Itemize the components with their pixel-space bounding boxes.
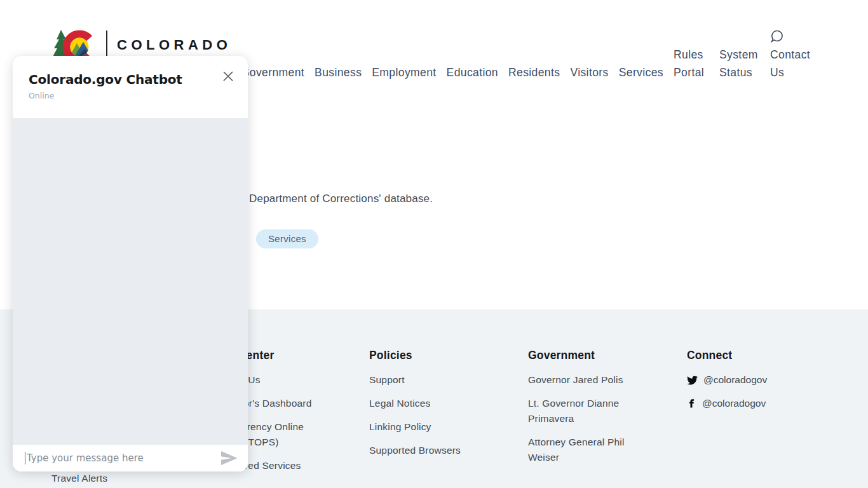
footer-heading-government: Government <box>528 349 687 362</box>
facebook-icon <box>687 398 696 409</box>
nav-item-education[interactable]: Education <box>447 64 498 81</box>
footer-col-government: Government Governor Jared Polis Lt. Gove… <box>528 349 687 488</box>
chatbot-header: Colorado.gov Chatbot Online <box>13 56 248 118</box>
chatbot-panel: Colorado.gov Chatbot Online <box>13 56 248 471</box>
nav-item-contact-us[interactable]: Contact Us <box>770 29 813 81</box>
logo-divider <box>106 30 107 57</box>
nav-item-residents[interactable]: Residents <box>508 64 560 81</box>
primary-navigation: Government Business Employment Education… <box>241 29 813 81</box>
twitter-icon <box>687 375 698 386</box>
brand-name: COLORADO <box>117 29 231 53</box>
nav-item-employment[interactable]: Employment <box>372 64 436 81</box>
footer-link-governor[interactable]: Governor Jared Polis <box>528 372 655 388</box>
chat-bubble-icon <box>770 29 784 43</box>
footer-link-twitter[interactable]: @coloradogov <box>687 372 846 388</box>
search-result-snippet: Department of Corrections' database. <box>249 193 433 205</box>
chatbot-send-button[interactable] <box>220 451 238 466</box>
footer-link-attorney-general[interactable]: Attorney General Phil Weiser <box>528 435 655 465</box>
footer-link-lt-governor[interactable]: Lt. Governor Dianne Primavera <box>528 396 655 426</box>
nav-item-business[interactable]: Business <box>315 64 362 81</box>
twitter-handle: @coloradogov <box>703 372 767 388</box>
chatbot-title: Colorado.gov Chatbot <box>29 72 233 87</box>
chatbot-input-bar <box>13 445 248 471</box>
footer-heading-policies: Policies <box>369 349 528 362</box>
chatbot-message-area <box>13 118 248 445</box>
footer-link-legal-notices[interactable]: Legal Notices <box>369 396 496 411</box>
chatbot-close-button[interactable] <box>221 69 235 83</box>
footer-heading-connect: Connect <box>687 349 846 362</box>
services-tag-badge[interactable]: Services <box>256 229 318 248</box>
chatbot-status: Online <box>29 91 233 100</box>
nav-item-services[interactable]: Services <box>619 64 663 81</box>
footer-col-connect: Connect @coloradogov @coloradogov <box>687 349 846 488</box>
nav-item-visitors[interactable]: Visitors <box>570 64 608 81</box>
nav-item-rules-portal[interactable]: Rules Portal <box>674 46 709 81</box>
nav-item-system-status[interactable]: System Status <box>719 46 760 81</box>
nav-item-government[interactable]: Government <box>241 64 304 81</box>
footer-link-supported-browsers[interactable]: Supported Browsers <box>369 443 496 458</box>
send-icon <box>220 451 238 466</box>
facebook-handle: @coloradogov <box>702 396 766 411</box>
footer-link-travel-alerts[interactable]: Travel Alerts <box>51 471 179 486</box>
chatbot-message-input[interactable] <box>25 452 220 464</box>
footer-link-linking-policy[interactable]: Linking Policy <box>369 419 496 435</box>
footer-link-support[interactable]: Support <box>369 372 496 388</box>
footer-col-policies: Policies Support Legal Notices Linking P… <box>369 349 528 488</box>
close-icon <box>222 71 234 82</box>
nav-contact-us-label: Contact Us <box>770 48 810 79</box>
footer-link-facebook[interactable]: @coloradogov <box>687 396 846 411</box>
